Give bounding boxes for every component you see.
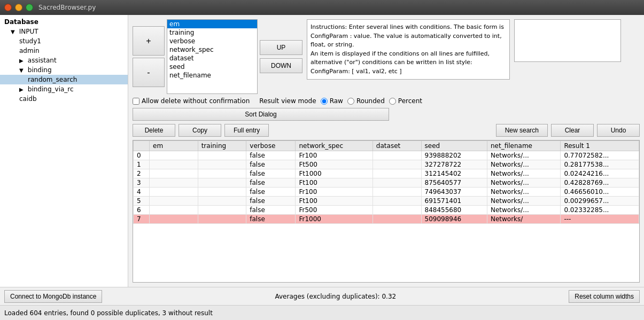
- table-cell: [198, 206, 246, 215]
- sidebar-item-study1[interactable]: study1: [0, 36, 128, 46]
- columns-area: + - em training verbose network_spec dat…: [133, 19, 302, 94]
- move-down-button[interactable]: DOWN: [260, 58, 302, 73]
- table-cell: Fr100: [296, 188, 373, 197]
- allow-delete-text: Allow delete without confirmation: [142, 97, 250, 105]
- table-cell: 0.02424216...: [561, 169, 639, 178]
- column-item-em[interactable]: em: [167, 20, 257, 28]
- allow-delete-checkbox[interactable]: [133, 98, 139, 105]
- col-header-dataset: dataset: [373, 141, 421, 151]
- sidebar-item-caidb[interactable]: caidb: [0, 94, 128, 104]
- sidebar-item-random-search[interactable]: random_search: [0, 75, 128, 84]
- table-cell: 939888202: [421, 151, 487, 160]
- sidebar-title: Database: [0, 17, 128, 27]
- table-cell: [198, 197, 246, 206]
- table-cell: 4: [134, 188, 150, 197]
- expand-icon: ▼: [19, 67, 26, 73]
- sidebar-item-INPUT[interactable]: ▼ INPUT: [0, 27, 128, 36]
- allow-delete-label[interactable]: Allow delete without confirmation: [133, 97, 250, 105]
- table-cell: Ft1000: [296, 169, 373, 178]
- bottom-bar: Connect to MongoDb instance Averages (ex…: [0, 287, 644, 305]
- maximize-button[interactable]: [26, 4, 33, 11]
- delete-button[interactable]: Delete: [133, 124, 175, 137]
- expand-icon: ▶: [19, 87, 26, 92]
- up-down-buttons: UP DOWN: [260, 40, 302, 73]
- table-cell: [198, 188, 246, 197]
- columns-list[interactable]: em training verbose network_spec dataset…: [167, 19, 258, 94]
- column-item-network-spec[interactable]: network_spec: [167, 45, 257, 54]
- rounded-radio-label[interactable]: Rounded: [347, 97, 385, 105]
- averages-text: Averages (excluding duplicates): 0.32: [275, 293, 397, 300]
- table-row[interactable]: 3falseFt100875640577Networks/...0.428287…: [134, 178, 639, 188]
- table-row[interactable]: 0falseFr100939888202Networks/...0.770725…: [134, 151, 639, 160]
- table-cell: Fr1000: [296, 215, 373, 224]
- table-row[interactable]: 4falseFr100749643037Networks/...0.466560…: [134, 188, 639, 197]
- content-row: Database ▼ INPUT study1 admin ▶ assistan…: [0, 15, 644, 287]
- close-button[interactable]: [4, 4, 12, 11]
- remove-column-button[interactable]: -: [133, 58, 165, 87]
- column-item-net-filename[interactable]: net_filename: [167, 71, 257, 80]
- new-search-button[interactable]: New search: [496, 124, 548, 137]
- column-item-dataset[interactable]: dataset: [167, 54, 257, 63]
- sidebar-item-binding[interactable]: ▼ binding: [0, 65, 128, 75]
- table-row[interactable]: 1falseFt500327278722Networks/...0.281775…: [134, 160, 639, 169]
- col-header-verbose: verbose: [246, 141, 296, 151]
- table-cell: [150, 178, 198, 188]
- table-cell: 848455680: [421, 206, 487, 215]
- table-cell: 0.77072582...: [561, 151, 639, 160]
- table-cell: Networks/: [487, 215, 560, 224]
- add-column-button[interactable]: +: [133, 26, 165, 56]
- search-input-box[interactable]: [514, 19, 621, 62]
- percent-radio-label[interactable]: Percent: [389, 97, 422, 105]
- instructions-text: Instructions: Enter several lines with c…: [311, 24, 504, 75]
- table-cell: 7: [134, 215, 150, 224]
- table-cell: [150, 206, 198, 215]
- table-cell: 509098946: [421, 215, 487, 224]
- copy-button[interactable]: Copy: [179, 124, 221, 137]
- table-cell: false: [246, 178, 296, 188]
- column-item-verbose[interactable]: verbose: [167, 37, 257, 45]
- rounded-radio[interactable]: [347, 98, 354, 105]
- table-cell: [373, 188, 421, 197]
- reset-column-widths-button[interactable]: Reset column widths: [569, 290, 640, 303]
- col-header-em: em: [150, 141, 198, 151]
- table-cell: 6: [134, 206, 150, 215]
- col-header-net-filename: net_filename: [487, 141, 560, 151]
- table-cell: Networks/...: [487, 188, 560, 197]
- table-row[interactable]: 5falseFt100691571401Networks/...0.002996…: [134, 197, 639, 206]
- result-view-label: Result view mode: [259, 97, 316, 105]
- sort-dialog-button[interactable]: Sort Dialog: [133, 108, 389, 121]
- table-row[interactable]: 2falseFt1000312145402Networks/...0.02424…: [134, 169, 639, 178]
- percent-radio[interactable]: [389, 98, 396, 105]
- results-table-container[interactable]: em training verbose network_spec dataset…: [133, 140, 640, 283]
- move-up-button[interactable]: UP: [260, 40, 302, 55]
- percent-label: Percent: [398, 97, 422, 105]
- table-cell: [150, 169, 198, 178]
- table-body: 0falseFr100939888202Networks/...0.770725…: [134, 151, 639, 224]
- title-bar: SacredBrowser.py: [0, 0, 644, 15]
- clear-button[interactable]: Clear: [551, 124, 594, 137]
- sidebar-item-admin[interactable]: admin: [0, 46, 128, 56]
- status-text: Loaded 604 entries, found 0 possible dup…: [4, 309, 213, 317]
- table-cell: 875640577: [421, 178, 487, 188]
- raw-radio[interactable]: [321, 98, 328, 105]
- table-cell: Networks/...: [487, 151, 560, 160]
- col-header-idx: [134, 141, 150, 151]
- table-row[interactable]: 7falseFr1000509098946Networks/---: [134, 215, 639, 224]
- undo-button[interactable]: Undo: [597, 124, 640, 137]
- table-cell: [373, 151, 421, 160]
- raw-radio-label[interactable]: Raw: [321, 97, 343, 105]
- table-row[interactable]: 6falseFr500848455680Networks/...0.023322…: [134, 206, 639, 215]
- column-item-seed[interactable]: seed: [167, 63, 257, 71]
- results-table: em training verbose network_spec dataset…: [133, 141, 639, 224]
- main-panel: + - em training verbose network_spec dat…: [128, 15, 644, 287]
- sidebar-item-binding-via-rc[interactable]: ▶ binding_via_rc: [0, 84, 128, 94]
- column-item-training[interactable]: training: [167, 28, 257, 37]
- minimize-button[interactable]: [15, 4, 22, 11]
- top-controls: + - em training verbose network_spec dat…: [133, 19, 640, 94]
- table-cell: [198, 151, 246, 160]
- connect-mongodb-button[interactable]: Connect to MongoDb instance: [4, 290, 102, 303]
- sidebar-item-assistant[interactable]: ▶ assistant: [0, 56, 128, 65]
- col-header-training: training: [198, 141, 246, 151]
- full-entry-button[interactable]: Full entry: [224, 124, 269, 137]
- table-cell: false: [246, 197, 296, 206]
